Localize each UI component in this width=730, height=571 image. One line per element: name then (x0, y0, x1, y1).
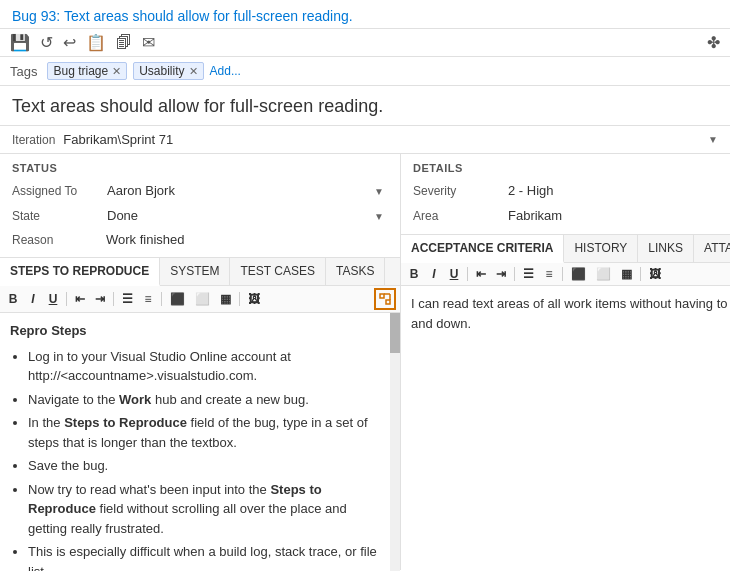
bold-button[interactable]: B (4, 290, 22, 308)
assigned-to-container: Aaron Bjork ▼ (102, 180, 388, 201)
toolbar-sep-r2 (514, 267, 515, 281)
list-item: Log in to your Visual Studio Online acco… (28, 347, 386, 386)
iteration-label: Iteration (12, 133, 55, 147)
italic-button[interactable]: I (24, 290, 42, 308)
copy-icon[interactable]: 📋 (86, 33, 106, 52)
details-section: DETAILS Severity 2 - High ▼ Area Fabrika… (401, 154, 730, 234)
toolbar-sep-2 (113, 292, 114, 306)
refresh-icon[interactable]: ↺ (40, 33, 53, 52)
ol-button[interactable]: ≡ (139, 290, 157, 308)
state-label: State (12, 209, 102, 223)
list-item: In the Steps to Reproduce field of the b… (28, 413, 386, 452)
work-item-title: Text areas should allow for full-screen … (0, 86, 730, 126)
ul-button-r[interactable]: ☰ (519, 265, 538, 283)
editor-right: B I U ⇤ ⇥ ☰ ≡ ⬛ ⬜ ▦ 🖼 ⛶ I can rea (401, 263, 730, 570)
tab-steps-to-reproduce[interactable]: STEPS TO REPRODUCE (0, 258, 160, 286)
image-button-r[interactable]: 🖼 (645, 265, 665, 283)
reason-value: Work finished (102, 230, 189, 249)
ul-button[interactable]: ☰ (118, 290, 137, 308)
toolbar-sep-4 (239, 292, 240, 306)
indent-button-r[interactable]: ⇤ (472, 265, 490, 283)
reason-label: Reason (12, 233, 102, 247)
severity-row: Severity 2 - High ▼ (413, 180, 730, 201)
tag-bug-triage-close[interactable]: ✕ (112, 65, 121, 78)
editor-toolbar-right: B I U ⇤ ⇥ ☰ ≡ ⬛ ⬜ ▦ 🖼 ⛶ (401, 263, 730, 286)
underline-button-r[interactable]: U (445, 265, 463, 283)
iteration-value: Fabrikam\Sprint 71 (63, 132, 708, 147)
assigned-to-select[interactable]: Aaron Bjork (102, 180, 388, 201)
acceptance-criteria-content[interactable]: I can read text areas of all work items … (401, 286, 730, 570)
tab-system[interactable]: SYSTEM (160, 258, 230, 285)
tab-test-cases[interactable]: TEST CASES (230, 258, 325, 285)
outdent-button[interactable]: ⇥ (91, 290, 109, 308)
svg-rect-0 (380, 294, 384, 298)
align-left-button-r[interactable]: ⬛ (567, 265, 590, 283)
severity-label: Severity (413, 184, 503, 198)
italic-button-r[interactable]: I (425, 265, 443, 283)
title-text: Text areas should allow for full-screen … (60, 8, 352, 24)
editor-left: B I U ⇤ ⇥ ☰ ≡ ⬛ ⬜ ▦ 🖼 (0, 286, 400, 571)
tag-usability: Usability ✕ (133, 62, 203, 80)
align-right-button[interactable]: ▦ (216, 290, 235, 308)
editor-toolbar-left: B I U ⇤ ⇥ ☰ ≡ ⬛ ⬜ ▦ 🖼 (0, 286, 400, 313)
add-tag-button[interactable]: Add... (210, 64, 241, 78)
list-item: Save the bug. (28, 456, 386, 476)
align-left-button[interactable]: ⬛ (166, 290, 189, 308)
status-header: STATUS (12, 162, 388, 174)
email-icon[interactable]: ✉ (142, 33, 155, 52)
details-header: DETAILS (413, 162, 730, 174)
reason-row: Reason Work finished (12, 230, 388, 249)
ol-button-r[interactable]: ≡ (540, 265, 558, 283)
tag-bug-triage: Bug triage ✕ (47, 62, 127, 80)
main-content: STATUS Assigned To Aaron Bjork ▼ State D… (0, 154, 730, 570)
expand-button[interactable] (374, 288, 396, 310)
toolbar-sep-1 (66, 292, 67, 306)
align-right-button-r[interactable]: ▦ (617, 265, 636, 283)
assigned-to-label: Assigned To (12, 184, 102, 198)
left-panel: STATUS Assigned To Aaron Bjork ▼ State D… (0, 154, 401, 570)
tabs-left: STEPS TO REPRODUCE SYSTEM TEST CASES TAS… (0, 257, 400, 286)
tag-usability-close[interactable]: ✕ (189, 65, 198, 78)
toolbar: 💾 ↺ ↩ 📋 🗐 ✉ ✤ (0, 29, 730, 57)
bug-id: Bug 93: (12, 8, 60, 24)
indent-button[interactable]: ⇤ (71, 290, 89, 308)
severity-select[interactable]: 2 - High (503, 180, 730, 201)
repro-steps-list: Log in to your Visual Studio Online acco… (10, 347, 386, 572)
status-section: STATUS Assigned To Aaron Bjork ▼ State D… (0, 154, 400, 257)
outdent-button-r[interactable]: ⇥ (492, 265, 510, 283)
tab-attachment[interactable]: ATTACHMENT (694, 235, 730, 262)
tab-tasks[interactable]: TASKS (326, 258, 385, 285)
image-button[interactable]: 🖼 (244, 290, 264, 308)
area-select[interactable]: Fabrikam (503, 205, 730, 226)
toolbar-sep-3 (161, 292, 162, 306)
scrollbar-thumb[interactable] (390, 313, 400, 353)
save-icon[interactable]: 💾 (10, 33, 30, 52)
align-center-button-r[interactable]: ⬜ (592, 265, 615, 283)
toolbar-sep-r4 (640, 267, 641, 281)
undo-icon[interactable]: ↩ (63, 33, 76, 52)
tabs-right: ACCEPTANCE CRITERIA HISTORY LINKS ATTACH… (401, 234, 730, 263)
settings-icon[interactable]: ✤ (707, 33, 720, 52)
state-container: Done ▼ (102, 205, 388, 226)
expand-icon (379, 293, 391, 305)
tab-links[interactable]: LINKS (638, 235, 694, 262)
area-row: Area Fabrikam ▼ (413, 205, 730, 226)
align-center-button[interactable]: ⬜ (191, 290, 214, 308)
scrollbar-y[interactable] (390, 313, 400, 571)
underline-button[interactable]: U (44, 290, 62, 308)
repro-steps-content[interactable]: Repro Steps Log in to your Visual Studio… (0, 313, 400, 571)
iteration-chevron-icon[interactable]: ▼ (708, 134, 718, 145)
tag-bug-triage-text: Bug triage (53, 64, 108, 78)
state-select[interactable]: Done (102, 205, 388, 226)
tab-acceptance-criteria[interactable]: ACCEPTANCE CRITERIA (401, 235, 564, 263)
bold-button-r[interactable]: B (405, 265, 423, 283)
assigned-to-row: Assigned To Aaron Bjork ▼ (12, 180, 388, 201)
tags-bar: Tags Bug triage ✕ Usability ✕ Add... (0, 57, 730, 86)
iteration-row: Iteration Fabrikam\Sprint 71 ▼ (0, 126, 730, 154)
duplicate-icon[interactable]: 🗐 (116, 34, 132, 52)
severity-container: 2 - High ▼ (503, 180, 730, 201)
tab-history[interactable]: HISTORY (564, 235, 638, 262)
bug-link[interactable]: Bug 93: (12, 8, 60, 24)
acceptance-criteria-text: I can read text areas of all work items … (411, 296, 730, 331)
right-panel: DETAILS Severity 2 - High ▼ Area Fabrika… (401, 154, 730, 570)
